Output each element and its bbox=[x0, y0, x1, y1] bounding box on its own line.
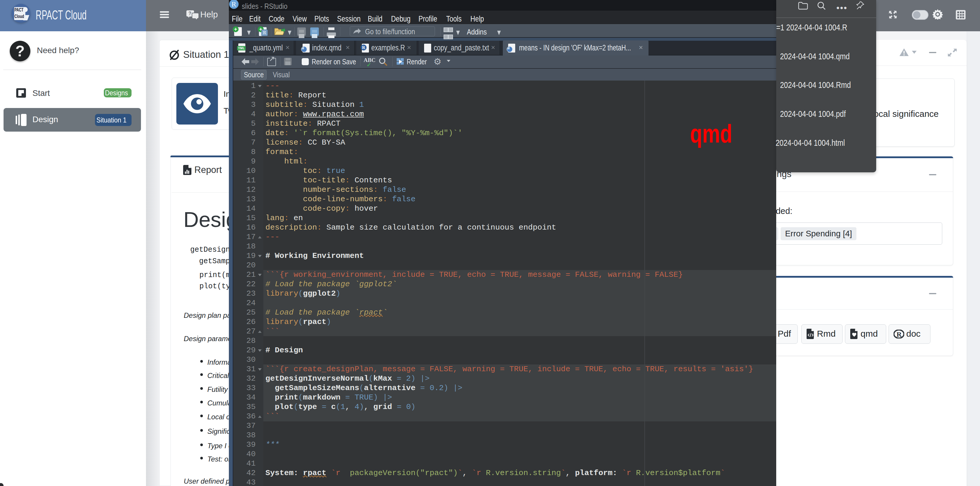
svg-text:R: R bbox=[897, 330, 902, 338]
